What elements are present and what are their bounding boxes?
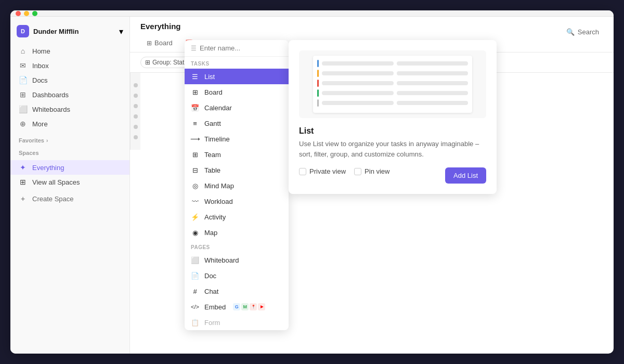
view-item-map[interactable]: ◉ Map — [185, 225, 289, 240]
sidebar-item-docs[interactable]: 📄 Docs — [10, 73, 129, 87]
sidebar-action-label: Create Space — [32, 195, 74, 203]
view-picker-dropdown: ☰ TASKS ☰ List ⊞ Board 📅 Calendar ≡ — [185, 40, 289, 330]
tasks-section-label: TASKS — [185, 57, 289, 69]
view-item-table[interactable]: ⊟ Table — [185, 162, 289, 178]
view-item-workload[interactable]: 〰 Workload — [185, 193, 289, 209]
sidebar: D Dunder Mifflin ▾ ⌂ Home ✉ Inbox 📄 Docs — [10, 17, 130, 354]
doc-icon: 📄 — [191, 271, 199, 280]
spaces-label: Spaces — [10, 146, 129, 158]
workspace-header[interactable]: D Dunder Mifflin ▾ — [10, 21, 129, 42]
pin-view-checkbox[interactable]: Pin view — [354, 167, 389, 175]
preview-line — [322, 61, 394, 66]
map-icon: ◉ — [191, 228, 199, 237]
view-detail-panel: List Use List view to organize your task… — [289, 40, 497, 194]
tab-label: Board — [154, 39, 173, 47]
right-dot — [134, 125, 138, 129]
sidebar-item-label: Whiteboards — [32, 106, 70, 113]
workload-icon: 〰 — [191, 197, 199, 205]
create-space-icon: + — [19, 194, 27, 203]
sidebar-item-everything[interactable]: ✦ Everything — [10, 160, 129, 175]
private-view-label: Private view — [309, 167, 346, 175]
workspace-name: Dunder Mifflin — [33, 28, 115, 35]
preview-row — [317, 99, 468, 107]
mind-map-icon: ◎ — [191, 181, 199, 190]
view-item-label: Calendar — [204, 104, 232, 112]
view-item-gantt[interactable]: ≡ Gantt — [185, 115, 289, 131]
preview-line — [322, 81, 394, 85]
minimize-dot[interactable] — [24, 11, 29, 16]
view-item-chat[interactable]: # Chat — [185, 283, 289, 299]
view-item-form[interactable]: 📋 Form — [185, 315, 289, 330]
whiteboard-icon: ⬜ — [191, 256, 199, 264]
preview-line — [322, 101, 394, 105]
board-icon: ⊞ — [191, 88, 199, 96]
view-item-label: Workload — [204, 198, 233, 205]
sidebar-item-label: Docs — [32, 76, 48, 84]
embed-icon: </> — [191, 303, 199, 311]
tab-board[interactable]: ⊞ Board — [140, 35, 179, 52]
right-dot — [134, 135, 138, 139]
dashboards-icon: ⊞ — [19, 90, 27, 99]
form-icon: 📋 — [191, 318, 199, 327]
view-item-label: Chat — [204, 288, 218, 295]
sidebar-item-view-all-spaces[interactable]: ⊞ View all Spaces — [10, 175, 129, 189]
view-item-doc[interactable]: 📄 Doc — [185, 268, 289, 283]
view-item-label: Gantt — [204, 120, 221, 127]
sidebar-space-label: View all Spaces — [32, 178, 80, 186]
add-list-button[interactable]: Add List — [445, 167, 486, 184]
sidebar-space-label: Everything — [32, 164, 64, 172]
private-view-checkbox[interactable]: Private view — [299, 167, 346, 175]
view-item-mind-map[interactable]: ◎ Mind Map — [185, 178, 289, 193]
favorites-section[interactable]: Favorites › — [10, 133, 129, 146]
view-detail-options: Private view Pin view — [299, 167, 390, 175]
list-preview-inner — [313, 56, 472, 113]
view-item-label: List — [204, 73, 215, 81]
youtube-icon: ▶ — [258, 303, 265, 310]
view-item-activity[interactable]: ⚡ Activity — [185, 209, 289, 225]
sidebar-item-label: Dashboards — [32, 91, 69, 99]
view-item-whiteboard[interactable]: ⬜ Whiteboard — [185, 252, 289, 268]
top-bar — [10, 10, 614, 17]
workspace-avatar: D — [17, 25, 29, 37]
inbox-icon: ✉ — [19, 61, 27, 70]
search-icon: 🔍 — [566, 28, 575, 36]
google-sheets-icon: G — [233, 303, 240, 310]
view-item-calendar[interactable]: 📅 Calendar — [185, 100, 289, 115]
close-dot[interactable] — [16, 11, 21, 16]
right-dot — [134, 94, 138, 98]
view-item-label: Board — [204, 88, 223, 96]
sidebar-item-label: More — [32, 120, 48, 128]
view-item-team[interactable]: ⊞ Team — [185, 147, 289, 162]
preview-row — [317, 80, 468, 87]
view-picker-search-input[interactable] — [200, 44, 287, 52]
preview-line-short — [397, 71, 469, 75]
sidebar-item-home[interactable]: ⌂ Home — [10, 44, 129, 58]
view-picker-search[interactable]: ☰ — [185, 40, 289, 57]
view-detail-bottom: Private view Pin view Add List — [299, 167, 486, 184]
sidebar-item-more[interactable]: ⊕ More — [10, 116, 129, 131]
gantt-icon: ≡ — [191, 119, 199, 127]
table-icon: ⊟ — [191, 166, 199, 174]
more-icon: ⊕ — [19, 120, 27, 128]
preview-line — [322, 71, 394, 75]
preview-line-short — [397, 101, 469, 105]
embed-service-icons: G M 📍 ▶ — [233, 303, 265, 310]
view-item-timeline[interactable]: ⟶ Timeline — [185, 131, 289, 147]
app-container: D Dunder Mifflin ▾ ⌂ Home ✉ Inbox 📄 Docs — [10, 10, 614, 354]
search-button[interactable]: 🔍 Search — [562, 26, 603, 38]
view-item-list[interactable]: ☰ List — [185, 69, 289, 84]
content-area: Everything ⊞ Board 📅 Calendar ☰ List — [130, 17, 614, 354]
sidebar-item-dashboards[interactable]: ⊞ Dashboards — [10, 87, 129, 102]
view-item-embed[interactable]: </> Embed G M 📍 ▶ — [185, 299, 289, 315]
view-detail-title: List — [299, 126, 486, 136]
view-item-board[interactable]: ⊞ Board — [185, 84, 289, 100]
maximize-dot[interactable] — [32, 11, 37, 16]
preview-bar — [317, 60, 319, 67]
sidebar-item-inbox[interactable]: ✉ Inbox — [10, 58, 129, 73]
checkbox-box — [354, 168, 361, 175]
sidebar-item-whiteboards[interactable]: ⬜ Whiteboards — [10, 102, 129, 116]
right-sidebar — [130, 73, 140, 150]
preview-bar — [317, 80, 319, 87]
sidebar-item-create-space[interactable]: + Create Space — [10, 191, 129, 206]
timeline-icon: ⟶ — [191, 135, 199, 143]
